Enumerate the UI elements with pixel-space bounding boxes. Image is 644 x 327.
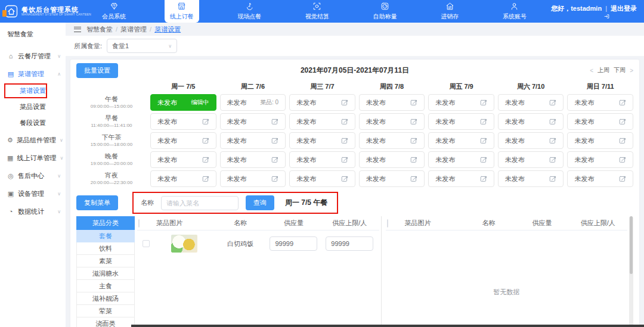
schedule-cell[interactable]: 未发布 [359,113,425,130]
edit-icon[interactable] [480,156,487,163]
schedule-cell[interactable]: 未发布 [498,113,564,130]
schedule-cell[interactable]: 未发布 [567,94,633,111]
schedule-cell[interactable]: 未发布 [567,132,633,149]
edit-icon[interactable] [480,99,487,106]
category-item[interactable]: 素菜 [76,255,135,267]
breadcrumb-item[interactable]: 菜谱设置 [154,25,181,34]
edit-icon[interactable] [619,156,626,163]
logout-link[interactable]: 退出登录 [611,4,637,13]
schedule-cell[interactable]: 未发布 [428,113,494,130]
schedule-cell[interactable]: 未发布 [150,151,216,168]
prev-week-link[interactable]: 上周 [597,66,609,74]
edit-icon[interactable] [271,156,278,163]
edit-icon[interactable] [271,118,278,125]
sidebar-group[interactable]: ⚙ 菜品组件管理 ∨ [0,131,66,149]
edit-icon[interactable] [549,137,556,144]
edit-icon[interactable] [410,137,417,144]
sidebar-group[interactable]: ▦ 线上订单管理 ∨ [0,149,66,167]
sidebar-subitem[interactable]: 菜谱设置 [0,83,66,99]
nav-item-self-weigh[interactable]: 自助称量 [368,0,402,23]
edit-icon[interactable] [549,118,556,125]
batch-setting-button[interactable]: 批量设置 [76,63,118,78]
category-item[interactable]: 主食 [76,280,135,292]
nav-item-online-order[interactable]: 线上订餐 [165,0,199,23]
edit-icon[interactable] [410,99,417,106]
schedule-cell[interactable]: 未发布 [289,151,355,168]
edit-icon[interactable] [341,99,348,106]
sidebar-subitem[interactable]: 餐段设置 [0,115,66,131]
edit-icon[interactable] [202,175,209,182]
schedule-cell[interactable]: 未发布 [289,170,355,187]
schedule-cell[interactable]: 未发布 [150,132,216,149]
edit-icon[interactable] [341,156,348,163]
vertical-scrollbar[interactable] [629,216,633,327]
schedule-cell[interactable]: 未发布 [220,151,286,168]
category-item[interactable]: 滋润糖水 [76,267,135,280]
category-item[interactable]: 浇面类 [76,317,135,327]
schedule-cell[interactable]: 未发布 [289,94,355,111]
schedule-cell[interactable]: 未发布 [150,113,216,130]
breadcrumb-item[interactable]: 智慧食堂 [86,25,113,34]
breadcrumb-item[interactable]: 菜谱管理 [120,25,147,34]
nav-item-system-account[interactable]: 系统账号 [497,0,532,23]
schedule-cell[interactable]: 未发布编辑中 [150,94,216,111]
row-checkbox[interactable] [143,240,150,247]
sidebar-group[interactable]: ◔ 数据统计 ∨ [0,203,66,220]
next-week-link[interactable]: 下周 [614,66,626,74]
schedule-cell[interactable]: 未发布 [567,151,633,168]
search-button[interactable]: 查询 [246,195,274,210]
edit-icon[interactable] [202,137,209,144]
limit-per-person-input[interactable] [326,236,373,251]
edit-icon[interactable] [271,137,278,144]
sidebar-subitem[interactable]: 菜品设置 [0,99,66,115]
edit-icon[interactable] [619,99,626,106]
sidebar-group[interactable]: ◎ 售后中心 ∨ [0,167,66,185]
edit-icon[interactable] [549,156,556,163]
category-item[interactable]: 滋补靓汤 [76,292,135,305]
edit-icon[interactable] [619,175,626,182]
edit-icon[interactable] [619,137,626,144]
edit-icon[interactable] [410,175,417,182]
supply-input[interactable] [270,236,317,251]
edit-icon[interactable] [202,118,209,125]
edit-icon[interactable] [480,118,487,125]
schedule-cell[interactable]: 未发布 [567,113,633,130]
copy-menu-button[interactable]: 复制菜单 [76,195,118,210]
schedule-cell[interactable]: 未发布 [289,113,355,130]
sidebar-group[interactable]: ▤ 菜谱管理 ∧ [0,65,66,83]
edit-icon[interactable] [271,175,278,182]
sidebar-group[interactable]: ⌂ 云餐厅管理 ∨ [0,47,66,65]
edit-icon[interactable] [410,156,417,163]
sidebar-group[interactable]: ▣ 设备管理 ∨ [0,185,66,203]
category-item[interactable]: 饮料 [76,242,135,255]
schedule-cell[interactable]: 未发布 [498,132,564,149]
nav-item-vision-settle[interactable]: 视觉结算 [300,0,335,23]
edit-icon[interactable] [480,175,487,182]
schedule-cell[interactable]: 未发布 [220,113,286,130]
category-item[interactable]: 荤菜 [76,305,135,317]
schedule-cell[interactable]: 未发布 [359,94,425,111]
schedule-cell[interactable]: 未发布 [359,151,425,168]
schedule-cell[interactable]: 未发布 [359,170,425,187]
schedule-cell[interactable]: 未发布 [428,94,494,111]
canteen-select[interactable]: 食堂1 ∨ [107,39,177,53]
schedule-cell[interactable]: 未发布 [428,151,494,168]
collapse-menu-icon[interactable] [74,27,81,32]
schedule-cell[interactable]: 未发布 [359,132,425,149]
select-all-checkbox[interactable] [387,219,388,228]
edit-icon[interactable] [341,175,348,182]
nav-item-onsite-order[interactable]: 现场点餐 [232,0,267,23]
edit-icon[interactable] [410,118,417,125]
schedule-cell[interactable]: 未发布 [428,132,494,149]
schedule-cell[interactable]: 未发布 [498,170,564,187]
category-item[interactable]: 套餐 [76,230,135,242]
edit-icon[interactable] [480,137,487,144]
next-week-arrow-icon[interactable]: > [630,67,633,74]
logout-icon[interactable] [604,14,609,19]
dish-name-input[interactable] [161,196,239,210]
edit-icon[interactable] [202,156,209,163]
schedule-cell[interactable]: 未发布 [220,170,286,187]
schedule-cell[interactable]: 未发布 [220,132,286,149]
schedule-cell[interactable]: 未发布 [567,170,633,187]
schedule-cell[interactable]: 未发布 [428,170,494,187]
